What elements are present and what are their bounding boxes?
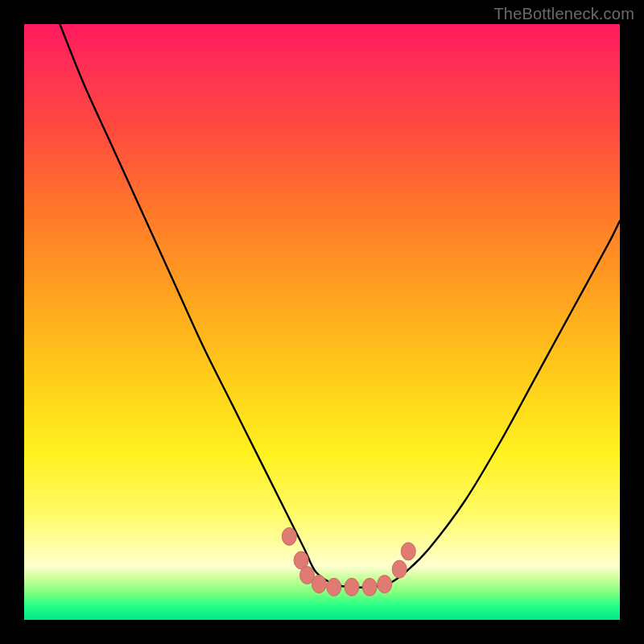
curve-marker: [312, 576, 326, 593]
curve-marker: [345, 578, 359, 596]
curve-marker: [392, 560, 407, 578]
curve-marker: [401, 543, 415, 560]
curve-marker: [378, 576, 392, 593]
curve-layer: [24, 24, 620, 620]
marker-group: [282, 527, 415, 596]
watermark-label: TheBottleneck.com: [493, 5, 634, 23]
curve-marker: [327, 578, 341, 596]
curve-marker: [362, 578, 377, 596]
plot-area: [24, 24, 620, 620]
curve-marker: [282, 527, 296, 545]
chart-frame: TheBottleneck.com: [0, 0, 644, 644]
bottleneck-curve: [60, 24, 620, 588]
